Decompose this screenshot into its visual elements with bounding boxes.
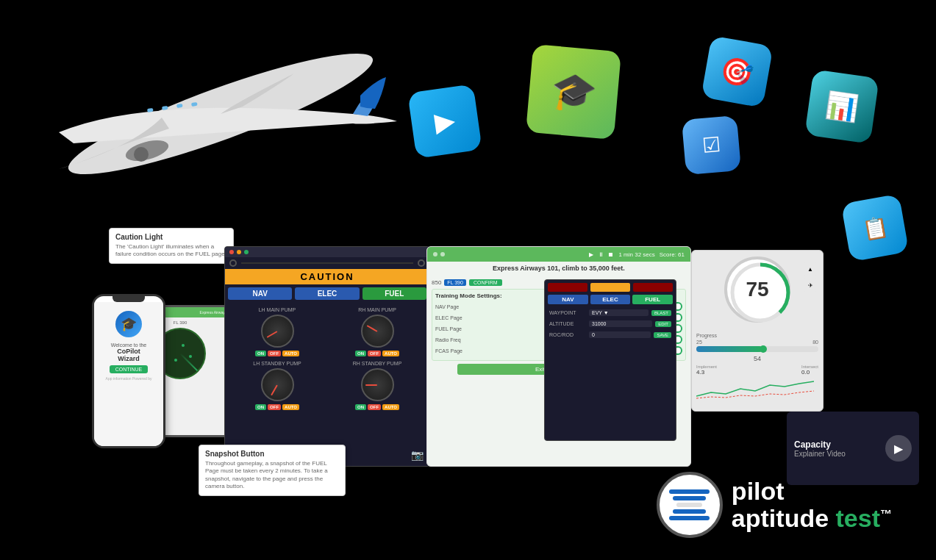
caution-tooltip: Caution Light The 'Caution Light' illumi… — [109, 228, 234, 264]
pat-logo-circle — [657, 472, 723, 538]
camera-icon[interactable]: 📷 — [411, 449, 424, 461]
nav-tab-fuel[interactable]: FUEL — [362, 287, 426, 300]
rh-main-needle — [367, 325, 378, 332]
lh-main-buttons: ON OFF AUTO — [229, 351, 325, 356]
phone-mockup: 🎓 Welcome to the CoPilot Wizard CONTINUE… — [92, 294, 165, 448]
rh-standby-needle — [365, 384, 377, 386]
capacity-play-button[interactable]: ▶ — [885, 435, 912, 462]
rh-main-buttons: ON OFF AUTO — [329, 351, 425, 356]
express-title: Express Airways 101, climb to 35,000 fee… — [427, 262, 690, 275]
wp-caution-active — [590, 283, 630, 292]
gauge-panel: 75 ▲ ✈ Progress 25 80 54 Implement 4.3 I… — [691, 250, 824, 412]
rh-main-on[interactable]: ON — [355, 351, 366, 356]
rh-standby-on[interactable]: ON — [355, 404, 366, 410]
radar-blip-3 — [189, 355, 192, 358]
confirm-btn[interactable]: CONFIRM — [469, 279, 502, 286]
rh-main-auto[interactable]: AUTO — [382, 351, 399, 356]
wp-waypoint-value: EVY ▼ — [589, 309, 649, 316]
pause-control[interactable]: ⏸ — [598, 251, 604, 258]
wp-edit-button[interactable]: EDIT — [655, 321, 671, 327]
svg-point-6 — [134, 147, 149, 162]
wp-save-button[interactable]: SAVE — [654, 332, 671, 338]
progress-indicator — [760, 345, 767, 353]
progress-bar-bg — [696, 346, 818, 352]
play-control[interactable]: ▶ — [589, 251, 593, 258]
pilot-word: pilot — [732, 477, 785, 505]
wp-nav-tabs: NAV ELEC FUEL — [545, 295, 676, 307]
pat-stripes — [669, 489, 710, 520]
progress-labels: Progress — [696, 333, 818, 338]
chart-bubble[interactable]: 📊 — [804, 69, 879, 144]
rh-standby-off[interactable]: OFF — [368, 404, 381, 410]
pat-test-text: test — [836, 504, 880, 532]
presentation-icon: 📋 — [860, 214, 890, 243]
wp-waypoint-label: WAYPOINT — [549, 310, 586, 315]
checklist-bubble[interactable]: ☑ — [682, 115, 741, 175]
phone-title-2: Wizard — [97, 355, 160, 362]
target-bubble[interactable]: 🎯 — [701, 35, 773, 107]
rh-main-off[interactable]: OFF — [368, 351, 381, 356]
presentation-bubble[interactable]: 📋 — [841, 194, 910, 262]
altitude-value: FL 390 — [444, 279, 466, 286]
radar-blip-2 — [174, 359, 177, 362]
express-dot-1 — [433, 252, 437, 256]
camera-icon-area: 📷 — [411, 448, 424, 462]
gauge-svg — [727, 259, 793, 326]
implement-left: Implement 4.3 — [696, 365, 717, 376]
rh-standby-auto[interactable]: AUTO — [382, 404, 399, 410]
progress-section: Progress 25 80 54 Implement 4.3 Intersec… — [692, 329, 823, 407]
progress-max: 80 — [812, 340, 818, 345]
airplane-image — [0, 0, 426, 235]
pat-stripe-3 — [676, 503, 702, 507]
stop-control[interactable]: ⏹ — [608, 251, 614, 258]
lh-standby-on[interactable]: ON — [255, 404, 266, 410]
snapshot-tooltip: Snapshot Button Throughout gameplay, a s… — [199, 445, 346, 496]
pat-logo: pilot aptitude test™ — [657, 472, 892, 538]
capacity-text-area: Capacity Explainer Video — [787, 432, 885, 465]
chart-icon: 📊 — [824, 89, 860, 124]
fuel-simulator-panel: CAUTION NAV ELEC FUEL LH MAIN PUMP ON OF… — [224, 246, 430, 467]
rh-standby-buttons: ON OFF AUTO — [329, 404, 425, 410]
implement-value: 4.3 — [696, 369, 717, 376]
wp-tab-elec[interactable]: ELEC — [590, 295, 631, 304]
express-header: ▶ ⏸ ⏹ 1 min 32 secs Score: 61 — [427, 247, 690, 262]
radio-right — [418, 259, 425, 267]
gauge-circle-container: 75 ▲ ✈ — [692, 256, 823, 323]
lh-main-auto[interactable]: AUTO — [282, 351, 299, 356]
target-icon: 🎯 — [718, 54, 757, 90]
main-gauge: 75 — [724, 256, 790, 323]
wp-blast-button[interactable]: BLAST — [651, 310, 671, 316]
video-bubble[interactable]: ▶ — [407, 84, 482, 159]
progress-min: 25 — [696, 340, 702, 345]
lh-main-off[interactable]: OFF — [268, 351, 281, 356]
pat-pilot-text: pilot — [732, 478, 892, 505]
lh-standby-needle — [271, 384, 278, 395]
maximize-dot — [244, 250, 249, 254]
implement-section: Implement 4.3 Intersect 0.0 — [696, 365, 818, 376]
rh-main-dial — [361, 315, 394, 348]
nav-tab-nav[interactable]: NAV — [228, 287, 292, 300]
phone-continue-button[interactable]: CONTINUE — [110, 365, 148, 373]
pump-grid: LH MAIN PUMP ON OFF AUTO RH MAIN PUMP ON… — [225, 303, 429, 414]
pat-stripe-2 — [673, 496, 706, 500]
wp-tab-fuel[interactable]: FUEL — [632, 295, 673, 304]
lh-standby-off[interactable]: OFF — [268, 404, 281, 410]
nav-tab-elec[interactable]: ELEC — [295, 287, 359, 300]
wp-tab-nav[interactable]: NAV — [548, 295, 588, 304]
ts-radio-label: Radio Freq — [435, 337, 461, 342]
rh-standby-dial — [361, 368, 394, 401]
pat-aptitude-text: aptitude test™ — [732, 505, 892, 532]
progress-percent: 54 — [696, 355, 818, 362]
lh-standby-auto[interactable]: AUTO — [282, 404, 299, 410]
wp-altitude-value: 31000 — [589, 320, 652, 327]
graduation-icon: 🎓 — [549, 68, 599, 115]
graduation-bubble[interactable]: 🎓 — [526, 44, 621, 140]
lh-main-on[interactable]: ON — [255, 351, 266, 356]
wp-altitude-label: ALTITUDE — [549, 321, 586, 326]
wp-altitude-row: ALTITUDE 31000 EDIT — [545, 318, 676, 329]
pat-lines — [669, 489, 710, 520]
capacity-subtitle: Explainer Video — [794, 450, 878, 458]
gauge-side-indicators: ▲ ✈ — [804, 262, 817, 292]
radio-left — [229, 259, 237, 267]
rh-main-pump: RH MAIN PUMP ON OFF AUTO — [329, 307, 425, 356]
